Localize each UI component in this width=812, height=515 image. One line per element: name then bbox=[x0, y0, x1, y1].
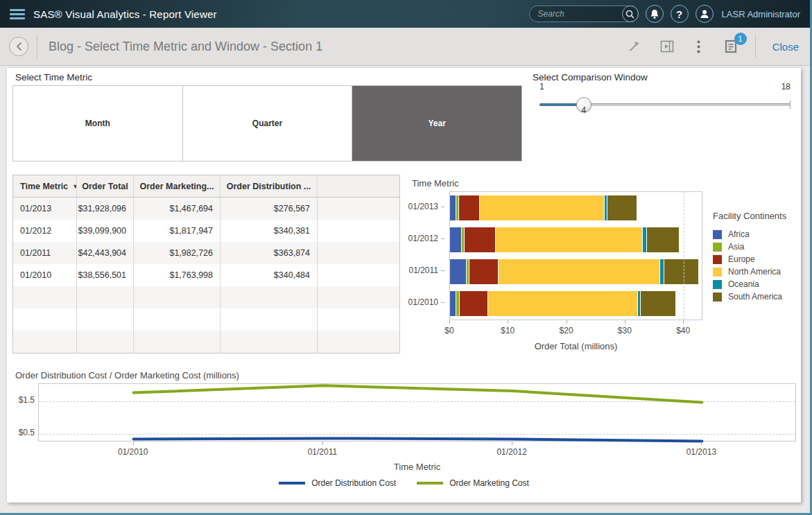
table-cell[interactable] bbox=[13, 308, 77, 331]
column-header-empty[interactable] bbox=[318, 175, 399, 197]
table-cell[interactable]: $1,817,947 bbox=[134, 220, 221, 242]
table-cell[interactable] bbox=[318, 220, 399, 242]
more-options-kebab-icon[interactable] bbox=[691, 39, 707, 54]
y-tick-label: $0.5 bbox=[7, 428, 35, 437]
bar-segment-north-america[interactable] bbox=[488, 291, 637, 316]
x-tick-label: 01/2010 bbox=[118, 447, 148, 457]
table-cell[interactable]: 01/2012 bbox=[13, 220, 77, 242]
search-icon[interactable] bbox=[622, 6, 639, 22]
bar-segment-africa[interactable] bbox=[450, 259, 467, 284]
right-panel-toggle-icon[interactable] bbox=[659, 39, 675, 54]
table-cell[interactable] bbox=[13, 286, 77, 308]
column-header-Order Marketing...[interactable]: Order Marketing... bbox=[134, 175, 221, 197]
column-header-Order Distribution ...[interactable]: Order Distribution ... bbox=[221, 175, 318, 197]
bar-segment-africa[interactable] bbox=[450, 227, 462, 252]
table-cell[interactable] bbox=[221, 286, 318, 308]
table-cell[interactable] bbox=[77, 286, 134, 308]
notifications-bell-icon[interactable] bbox=[646, 5, 664, 23]
time-metric-button-month[interactable]: Month bbox=[13, 86, 183, 161]
legend-item-europe: Europe bbox=[713, 253, 786, 265]
bar-segment-north-america[interactable] bbox=[499, 259, 660, 284]
stacked-bar-01/2012 bbox=[450, 227, 679, 252]
table-cell[interactable]: $1,763,998 bbox=[134, 264, 221, 286]
x-tick bbox=[567, 320, 567, 324]
table-row[interactable] bbox=[13, 308, 399, 331]
table-cell[interactable] bbox=[77, 331, 134, 353]
x-tick bbox=[625, 320, 625, 324]
x-tick-label: 01/2013 bbox=[686, 447, 716, 457]
table-cell[interactable]: $340,381 bbox=[221, 220, 318, 242]
table-row[interactable]: 01/2011$42,443,904$1,982,726$363,874 bbox=[13, 242, 399, 264]
close-button[interactable]: Close bbox=[772, 41, 799, 53]
user-name[interactable]: LASR Administrator bbox=[722, 9, 800, 19]
table-row[interactable]: 01/2010$38,556,501$1,763,998$340,484 bbox=[13, 264, 399, 286]
table-cell[interactable]: $42,443,904 bbox=[77, 242, 134, 264]
search-box[interactable] bbox=[529, 6, 639, 22]
table-row[interactable]: 01/2012$39,099,900$1,817,947$340,381 bbox=[13, 220, 399, 242]
table-cell[interactable]: $39,099,900 bbox=[77, 220, 134, 242]
table-cell[interactable]: $363,874 bbox=[221, 242, 318, 264]
table-cell[interactable]: $276,567 bbox=[221, 198, 318, 220]
table-cell[interactable] bbox=[221, 308, 318, 331]
legend-item-oceania: Oceania bbox=[713, 278, 786, 290]
table-cell[interactable]: $1,982,726 bbox=[134, 242, 221, 264]
table-cell[interactable]: $340,484 bbox=[221, 264, 318, 286]
table-cell[interactable]: $38,556,501 bbox=[77, 264, 134, 286]
table-row[interactable] bbox=[13, 286, 399, 308]
table-cell[interactable] bbox=[318, 264, 399, 286]
table-cell[interactable] bbox=[13, 331, 77, 353]
table-cell[interactable] bbox=[318, 198, 399, 220]
table-cell[interactable] bbox=[134, 286, 221, 308]
column-header-Order Total[interactable]: Order Total bbox=[77, 175, 134, 197]
legend-item-south-america: South America bbox=[713, 290, 786, 303]
user-avatar[interactable] bbox=[696, 5, 714, 23]
table-cell[interactable] bbox=[318, 308, 399, 331]
bar-segment-north-america[interactable] bbox=[480, 195, 605, 220]
table-cell[interactable] bbox=[318, 331, 399, 353]
legend-label: Europe bbox=[728, 254, 755, 264]
table-cell[interactable] bbox=[77, 308, 134, 331]
help-icon[interactable]: ? bbox=[671, 5, 689, 23]
table-cell[interactable]: $1,467,694 bbox=[134, 198, 221, 220]
menu-icon[interactable] bbox=[10, 9, 25, 19]
column-header-Time Metric[interactable]: Time Metric▼ bbox=[13, 175, 77, 197]
table-cell[interactable]: 01/2011 bbox=[13, 242, 77, 264]
table-cell[interactable] bbox=[134, 308, 221, 331]
time-metric-button-year[interactable]: Year bbox=[352, 86, 521, 161]
bar-segment-europe[interactable] bbox=[469, 259, 498, 284]
table-cell[interactable] bbox=[318, 286, 399, 308]
bar-segment-south-america[interactable] bbox=[641, 291, 675, 316]
bar-segment-south-america[interactable] bbox=[647, 227, 679, 252]
bar-chart-plot bbox=[449, 191, 702, 320]
bar-segment-south-america[interactable] bbox=[664, 259, 698, 284]
comments-icon[interactable]: 1 bbox=[723, 39, 738, 54]
bar-segment-africa[interactable] bbox=[450, 291, 456, 316]
table-cell[interactable]: 01/2010 bbox=[13, 264, 77, 286]
oceania-swatch bbox=[713, 280, 722, 289]
share-icon[interactable] bbox=[628, 39, 643, 54]
stacked-bar-01/2010 bbox=[450, 291, 675, 316]
x-tick bbox=[512, 442, 512, 445]
x-tick-label: $10 bbox=[501, 326, 515, 335]
asia-swatch bbox=[713, 243, 722, 252]
table-cell[interactable] bbox=[318, 242, 399, 264]
table-row[interactable]: 01/2013$31,928,096$1,467,694$276,567 bbox=[13, 198, 399, 220]
table-cell[interactable]: $31,928,096 bbox=[77, 198, 134, 220]
bar-segment-africa[interactable] bbox=[450, 195, 456, 220]
table-row[interactable] bbox=[13, 331, 399, 353]
table-cell[interactable] bbox=[134, 331, 221, 353]
legend-item-asia: Asia bbox=[713, 241, 786, 253]
bar-segment-europe[interactable] bbox=[460, 291, 488, 316]
search-input[interactable] bbox=[530, 9, 622, 19]
bar-segment-north-america[interactable] bbox=[496, 227, 643, 252]
bar-segment-europe[interactable] bbox=[459, 195, 480, 220]
back-button[interactable] bbox=[9, 37, 28, 56]
table-cell[interactable] bbox=[221, 331, 318, 353]
table-cell[interactable]: 01/2013 bbox=[13, 198, 77, 220]
bar-segment-south-america[interactable] bbox=[607, 195, 637, 220]
time-metric-button-quarter[interactable]: Quarter bbox=[183, 86, 353, 161]
bar-segment-europe[interactable] bbox=[465, 227, 496, 252]
slider-track[interactable] bbox=[539, 96, 791, 114]
x-tick-label: $0 bbox=[444, 326, 453, 335]
x-tick-label: $30 bbox=[618, 326, 632, 335]
